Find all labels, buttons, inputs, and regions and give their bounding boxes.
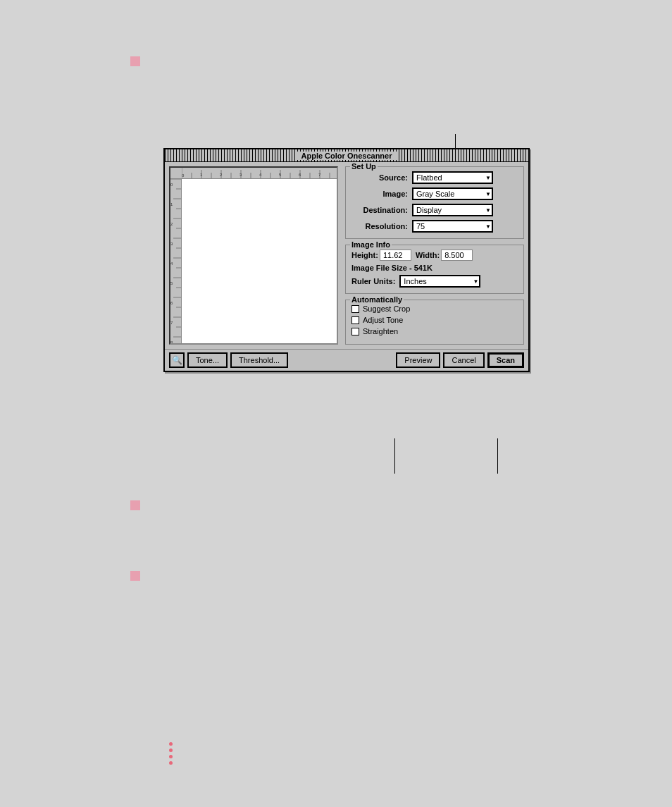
- height-width-row: Height: 11.62 Width: 8.500: [351, 250, 518, 261]
- preview-canvas: [182, 179, 337, 343]
- destination-select[interactable]: Display File: [412, 204, 493, 216]
- right-panel: Set Up Source: Flatbed ADF Image: Gra: [345, 166, 524, 345]
- zoom-icon: 🔍: [172, 355, 182, 365]
- image-info-section-label: Image Info: [350, 240, 392, 249]
- cancel-button[interactable]: Cancel: [443, 352, 484, 368]
- dialog-toolbar: 🔍 Tone... Threshold... Preview Cancel Sc…: [165, 349, 528, 371]
- file-size: Image File Size - 541K: [351, 264, 518, 272]
- image-row: Image: Gray Scale Color Black & White: [351, 187, 518, 200]
- svg-text:2: 2: [170, 222, 173, 226]
- ruler-side-svg: 0 1 2 3 4 5: [170, 179, 182, 343]
- height-value[interactable]: 11.62: [380, 250, 411, 261]
- source-label: Source:: [351, 173, 408, 182]
- width-label: Width:: [416, 251, 440, 259]
- svg-text:4: 4: [259, 173, 262, 177]
- resolution-row: Resolution: 75 150 300 600: [351, 220, 518, 233]
- svg-text:6: 6: [170, 301, 173, 305]
- straighten-row[interactable]: Straighten: [351, 327, 518, 335]
- ruler-side: 0 1 2 3 4 5: [170, 179, 182, 343]
- suggest-crop-label: Suggest Crop: [363, 304, 410, 313]
- adjust-tone-checkbox[interactable]: [351, 316, 359, 324]
- svg-text:4: 4: [170, 261, 173, 266]
- adjust-tone-label: Adjust Tone: [363, 316, 403, 324]
- callout-line-top: [455, 134, 456, 149]
- straighten-label: Straighten: [363, 327, 398, 335]
- svg-text:5: 5: [170, 281, 173, 285]
- svg-text:2: 2: [220, 173, 223, 177]
- height-label: Height:: [351, 251, 378, 259]
- svg-text:7: 7: [318, 173, 321, 177]
- toolbar-right: Preview Cancel Scan: [396, 352, 524, 368]
- svg-text:1: 1: [200, 173, 203, 177]
- suggest-crop-row[interactable]: Suggest Crop: [351, 304, 518, 313]
- automatically-section: Automatically Suggest Crop Adjust Tone S…: [345, 300, 524, 345]
- setup-section-label: Set Up: [350, 162, 378, 171]
- ruler-units-select[interactable]: Inches Centimeters Pixels: [399, 275, 480, 288]
- scan-button[interactable]: Scan: [487, 352, 524, 368]
- resolution-select-wrapper[interactable]: 75 150 300 600: [412, 220, 493, 233]
- source-select-wrapper[interactable]: Flatbed ADF: [412, 171, 493, 184]
- svg-text:6: 6: [299, 173, 301, 177]
- ruler-units-row: Ruler Units: Inches Centimeters Pixels: [351, 275, 518, 288]
- dialog-title: Apple Color Onescanner: [296, 152, 398, 160]
- image-select-wrapper[interactable]: Gray Scale Color Black & White: [412, 187, 493, 200]
- svg-text:3: 3: [239, 173, 242, 177]
- source-select[interactable]: Flatbed ADF: [412, 171, 493, 184]
- callout-line-preview: [394, 438, 395, 474]
- svg-text:0: 0: [182, 173, 185, 178]
- decorative-pink-square-2: [130, 500, 140, 510]
- decorative-pink-square-3: [130, 571, 140, 581]
- ruler-units-select-wrapper[interactable]: Inches Centimeters Pixels: [399, 275, 480, 288]
- scanner-dialog: Apple Color Onescanner 0 1 2: [163, 148, 530, 372]
- svg-text:7: 7: [170, 321, 173, 325]
- destination-label: Destination:: [351, 206, 408, 214]
- ruler-top: 0 1 2 3 4 5: [170, 168, 337, 179]
- adjust-tone-row[interactable]: Adjust Tone: [351, 316, 518, 324]
- suggest-crop-checkbox[interactable]: [351, 305, 359, 313]
- svg-text:3: 3: [170, 242, 173, 246]
- setup-section: Set Up Source: Flatbed ADF Image: Gra: [345, 166, 524, 239]
- tone-button[interactable]: Tone...: [187, 352, 228, 368]
- threshold-button[interactable]: Threshold...: [230, 352, 288, 368]
- dialog-body: 0 1 2 3 4 5: [165, 162, 528, 349]
- destination-select-wrapper[interactable]: Display File: [412, 204, 493, 216]
- preview-area: 0 1 2 3 4 5: [169, 166, 338, 345]
- svg-text:5: 5: [279, 173, 282, 177]
- image-label: Image:: [351, 190, 408, 198]
- svg-text:0: 0: [170, 183, 173, 187]
- resolution-label: Resolution:: [351, 222, 408, 230]
- source-row: Source: Flatbed ADF: [351, 171, 518, 184]
- toolbar-left: 🔍 Tone... Threshold...: [169, 352, 393, 368]
- resolution-select[interactable]: 75 150 300 600: [412, 220, 493, 233]
- callout-line-scan: [497, 438, 498, 474]
- image-info-section: Image Info Height: 11.62 Width: 8.500 Im…: [345, 245, 524, 294]
- svg-text:1: 1: [170, 202, 173, 207]
- svg-text:8: 8: [170, 340, 173, 343]
- decorative-pink-square-1: [130, 56, 140, 66]
- destination-row: Destination: Display File: [351, 204, 518, 216]
- image-select[interactable]: Gray Scale Color Black & White: [412, 187, 493, 200]
- ruler-top-svg: 0 1 2 3 4 5: [182, 168, 337, 178]
- decorative-pink-dots: [169, 742, 173, 765]
- straighten-checkbox[interactable]: [351, 328, 359, 335]
- ruler-units-label: Ruler Units:: [351, 277, 395, 285]
- preview-button[interactable]: Preview: [396, 352, 440, 368]
- width-value[interactable]: 8.500: [441, 250, 473, 261]
- automatically-section-label: Automatically: [350, 295, 404, 304]
- dialog-titlebar: Apple Color Onescanner: [165, 149, 528, 162]
- zoom-button[interactable]: 🔍: [169, 352, 185, 368]
